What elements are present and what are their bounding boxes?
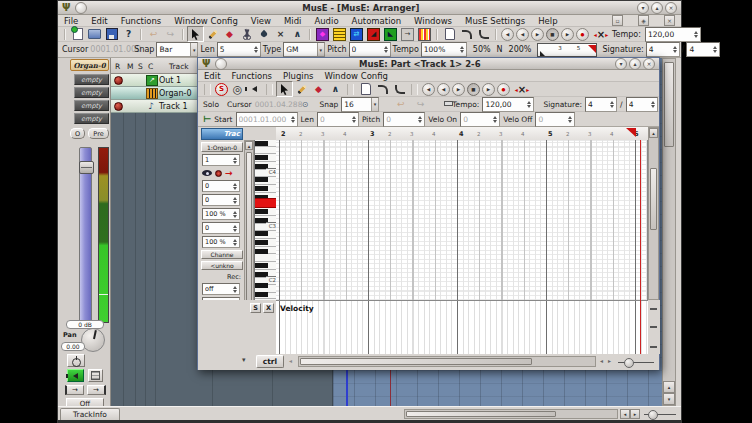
snap-combobox[interactable]: 16▾	[341, 97, 379, 112]
spin-arrows-icon[interactable]	[491, 116, 499, 123]
fader-handle[interactable]	[79, 161, 94, 174]
spin-arrows-icon[interactable]	[231, 286, 239, 293]
spin-arrows-icon[interactable]	[231, 211, 239, 218]
vscroll-thumb[interactable]	[246, 152, 252, 322]
undo-button[interactable]: ↩	[145, 26, 162, 42]
hscroll-thumb[interactable]	[300, 358, 532, 365]
rewind-button[interactable]: ◀	[437, 83, 450, 96]
close-button[interactable]: ×	[665, 2, 677, 14]
spin-arrows-icon[interactable]	[692, 31, 700, 38]
scroll-down-button[interactable]: ▾	[663, 393, 675, 405]
eraser-tool-button[interactable]: ◆	[221, 26, 238, 42]
main-titlebar[interactable]: Ψ MusE - [MusE: Arranger] ▾ ▴ ×	[58, 1, 681, 15]
ctrl-button[interactable]: ctrl	[256, 355, 284, 368]
record-arm-icon[interactable]	[114, 102, 123, 111]
part-name-button[interactable]: 1:Organ-0	[201, 142, 243, 152]
glue-tool-button[interactable]	[255, 26, 272, 42]
spin-arrows-icon[interactable]	[231, 157, 239, 164]
hscroll-thumb[interactable]	[406, 411, 556, 417]
splitter-handle[interactable]	[650, 326, 657, 328]
menu-muse-settings[interactable]: MusE Settings	[465, 16, 525, 26]
toolbar-grip[interactable]	[436, 29, 438, 40]
output-port-spinbox[interactable]: 1	[202, 154, 240, 166]
menu-file[interactable]: File	[64, 16, 78, 26]
toolbar-grip[interactable]	[495, 29, 497, 40]
piano-keyboard[interactable]: C4 C3 C2	[254, 140, 276, 300]
menu-window-config[interactable]: Window Config	[174, 16, 238, 26]
toolbar-grip[interactable]	[182, 29, 184, 40]
menu-window-config[interactable]: Window Config	[325, 71, 389, 81]
toolbar-grip[interactable]	[347, 84, 354, 95]
forward-button[interactable]: ▶	[531, 28, 544, 41]
play-button[interactable]: ▶	[482, 83, 495, 96]
tempo-spinbox[interactable]: 120,00	[482, 97, 534, 112]
play-button[interactable]: ▶	[561, 28, 574, 41]
header-track[interactable]: Track	[169, 62, 189, 71]
zoom-50-button[interactable]: 50%	[473, 45, 491, 54]
arranger-hscrollbar[interactable]	[404, 409, 618, 419]
spin-arrows-icon[interactable]	[671, 46, 679, 53]
zoom-slider-knob[interactable]	[624, 358, 634, 368]
channel-button[interactable]: Channe	[201, 250, 243, 259]
delay-spinbox[interactable]: 0	[202, 194, 240, 206]
header-record[interactable]: R	[115, 62, 120, 71]
scroll-right-icon[interactable]: ▸	[608, 357, 611, 364]
drawline-tool-button[interactable]: ∧	[289, 26, 306, 42]
panic-button[interactable]: ◂ × ▸	[511, 81, 533, 97]
menu-edit[interactable]: Edit	[91, 16, 107, 26]
metronome-button[interactable]	[416, 26, 433, 42]
record-arm-icon[interactable]	[114, 76, 123, 85]
spin-arrows-icon[interactable]	[289, 116, 297, 123]
toolbar-grip[interactable]	[266, 84, 273, 95]
panic-button[interactable]: ◂ × ▸	[590, 26, 612, 42]
rewind-button[interactable]: ◀	[516, 28, 529, 41]
spin-arrows-icon[interactable]	[711, 46, 719, 53]
pianoroll-titlebar[interactable]: Ψ MusE: Part <Track 1> 2-6 ▾ ▴ ×	[198, 58, 659, 70]
mdi-close-button[interactable]: ×	[664, 15, 675, 26]
scroll-left-icon[interactable]: ◂	[289, 357, 292, 364]
eraser-tool-button[interactable]: ◆	[310, 81, 327, 97]
maximize-button[interactable]: ▴	[651, 2, 663, 14]
effect-slot-button[interactable]: empty	[74, 74, 109, 85]
pointer-tool-button[interactable]	[276, 81, 293, 97]
spin-arrows-icon[interactable]	[252, 46, 260, 53]
note-grid-canvas[interactable]	[276, 140, 648, 300]
loop-button[interactable]: ⇄	[348, 26, 365, 42]
record-indicator-icon[interactable]	[215, 170, 222, 177]
fade-out-button[interactable]	[475, 26, 492, 42]
mastertrack-button[interactable]	[331, 26, 348, 42]
grid-vscrollbar[interactable]: ▴	[648, 127, 659, 300]
stop-button[interactable]: ■	[467, 83, 480, 96]
pan-value[interactable]: 0.00	[61, 342, 85, 351]
drawline-tool-button[interactable]: ∧	[327, 81, 344, 97]
type-combobox[interactable]: GM▾	[283, 42, 325, 57]
redo-button[interactable]: ↪	[412, 96, 429, 112]
meter-mode-button[interactable]	[88, 369, 103, 382]
cut-tool-button[interactable]	[238, 26, 255, 42]
dropdown-arrow-icon[interactable]: ▾	[371, 98, 379, 111]
punch-out-button[interactable]: ◣	[382, 26, 399, 42]
header-solo[interactable]: S	[138, 62, 143, 71]
signature-denominator-spinbox[interactable]: 4	[626, 97, 658, 112]
volume-fader[interactable]	[79, 147, 92, 323]
stop-button[interactable]: ■	[546, 28, 559, 41]
minimize-button[interactable]: ▾	[615, 58, 627, 70]
zoom-slider-knob[interactable]	[648, 410, 658, 420]
toolbar-grip[interactable]	[411, 84, 418, 95]
menu-help[interactable]: Help	[538, 16, 557, 26]
undo-button[interactable]: ↩	[392, 96, 409, 112]
menu-functions[interactable]: Functions	[231, 71, 272, 81]
save-song-button[interactable]	[103, 26, 120, 42]
signature-numerator-spinbox[interactable]: 4	[646, 42, 680, 57]
spin-arrows-icon[interactable]	[525, 101, 533, 108]
menu-edit[interactable]: Edit	[204, 71, 220, 81]
pianoroll-ruler[interactable]: 2 2 3 4 3 2 3 4 4 2 3 4 5 2 3 4 6	[276, 127, 648, 141]
pointer-tool-button[interactable]	[187, 26, 204, 42]
splitter-handle[interactable]	[650, 346, 657, 348]
solo-label-button[interactable]: Solo	[203, 100, 219, 109]
velo-off-spinbox[interactable]: 0	[535, 112, 575, 127]
toolbar-grip[interactable]	[204, 84, 211, 95]
spin-arrows-icon[interactable]	[231, 239, 239, 246]
menu-audio[interactable]: Audio	[314, 16, 338, 26]
track-info-tab-button[interactable]: Trac	[201, 128, 243, 140]
